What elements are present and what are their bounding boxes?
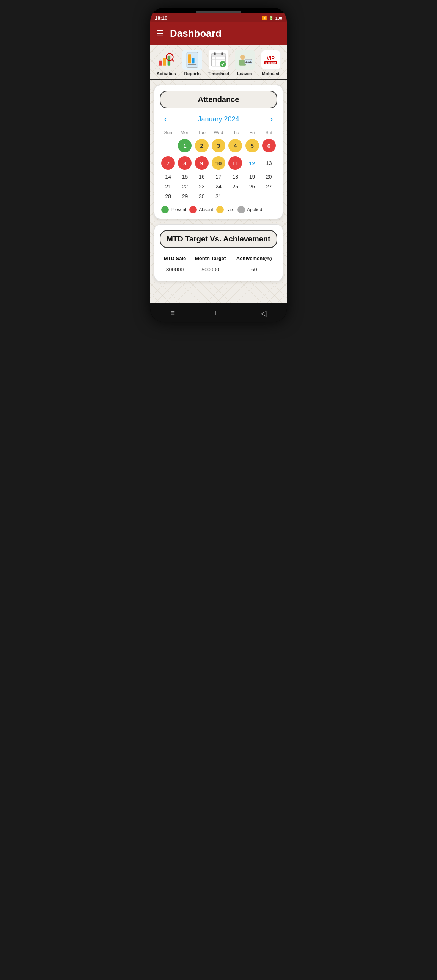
svg-rect-11 <box>212 54 226 57</box>
day-circle-yellow: 5 <box>246 139 259 153</box>
col-tue: Tue <box>193 129 210 137</box>
cal-cell[interactable]: 10 <box>210 154 227 172</box>
cal-cell[interactable]: 4 <box>227 137 244 154</box>
toolbar: ☰ Dashboard <box>150 22 287 46</box>
calendar-grid: Sun Mon Tue Wed Thu Fri Sat 123456789101… <box>160 129 277 201</box>
day-circle-green: 1 <box>178 139 191 153</box>
battery-icon: 🔋 <box>269 16 274 21</box>
svg-rect-13 <box>221 52 223 55</box>
mtd-col-target: Month Target <box>190 253 231 264</box>
svg-point-5 <box>167 55 172 59</box>
cal-cell[interactable]: 31 <box>210 191 227 201</box>
attendance-legend: Present Absent Late Applied <box>160 206 277 213</box>
cal-cell[interactable]: 2 <box>193 137 210 154</box>
mtd-header-row: MTD Sale Month Target Achivement(%) <box>160 253 277 264</box>
calendar-week-4: 21222324252627 <box>160 181 277 191</box>
svg-rect-12 <box>214 52 216 55</box>
cal-cell[interactable]: 22 <box>176 181 193 191</box>
cal-cell[interactable]: 13 <box>261 154 277 172</box>
cal-cell[interactable]: 3 <box>210 137 227 154</box>
prev-month-button[interactable]: ‹ <box>161 114 169 125</box>
cal-cell[interactable]: 29 <box>176 191 193 201</box>
svg-rect-9 <box>188 64 196 65</box>
reports-label: Reports <box>184 71 200 76</box>
cal-cell[interactable]: 26 <box>244 181 260 191</box>
attendance-title: Attendance <box>198 95 239 103</box>
battery-level: 100 <box>275 16 282 21</box>
nav-item-timesheet[interactable]: Timesheet <box>206 50 232 76</box>
cal-cell[interactable]: 7 <box>160 154 176 172</box>
status-icons: 📶 🔋 100 <box>262 16 282 21</box>
cal-cell[interactable]: 15 <box>176 172 193 181</box>
col-fri: Fri <box>244 129 260 137</box>
mtd-target-value: 500000 <box>190 264 231 275</box>
late-dot <box>216 206 224 213</box>
cal-cell[interactable]: 23 <box>193 181 210 191</box>
cal-cell[interactable]: 9 <box>193 154 210 172</box>
bottom-home-button[interactable]: □ <box>209 307 226 319</box>
day-circle-red: 6 <box>262 139 276 153</box>
calendar-nav: ‹ January 2024 › <box>160 114 277 125</box>
day-circle-yellow: 3 <box>212 139 225 153</box>
cal-cell[interactable]: 19 <box>244 172 260 181</box>
svg-point-18 <box>220 61 226 67</box>
cal-cell[interactable]: 6 <box>261 137 277 154</box>
mobcast-logo: VIP mobcast <box>265 56 277 64</box>
legend-applied: Applied <box>238 206 262 213</box>
absent-dot <box>189 206 197 213</box>
mtd-col-achievement: Achivement(%) <box>231 253 277 264</box>
leaves-label: Leaves <box>237 71 252 76</box>
cal-cell <box>227 191 244 201</box>
day-circle-red: 11 <box>228 156 242 170</box>
cal-cell[interactable]: 18 <box>227 172 244 181</box>
cal-cell[interactable]: 12 <box>244 154 260 172</box>
nav-item-reports[interactable]: Reports <box>179 50 206 76</box>
cal-cell[interactable]: 1 <box>176 137 193 154</box>
legend-absent: Absent <box>189 206 213 213</box>
mtd-col-sale: MTD Sale <box>160 253 190 264</box>
applied-label: Applied <box>247 207 262 212</box>
svg-rect-7 <box>188 54 191 63</box>
svg-point-19 <box>240 54 245 59</box>
cal-cell[interactable]: 27 <box>261 181 277 191</box>
calendar-week-3: 14151617181920 <box>160 172 277 181</box>
calendar-week-5: 28293031 <box>160 191 277 201</box>
timesheet-svg-icon <box>209 51 228 69</box>
toolbar-title: Dashboard <box>170 28 222 40</box>
next-month-button[interactable]: › <box>268 114 276 125</box>
cal-cell[interactable]: 17 <box>210 172 227 181</box>
nav-item-activities[interactable]: Activities <box>153 50 179 76</box>
svg-rect-1 <box>164 57 166 65</box>
nav-item-mobcast[interactable]: VIP mobcast Mobcast <box>258 50 284 76</box>
status-bar: 18:10 📶 🔋 100 <box>150 13 287 22</box>
menu-icon[interactable]: ☰ <box>156 29 164 39</box>
col-thu: Thu <box>227 129 244 137</box>
mtd-data-row: 300000 500000 60 <box>160 264 277 275</box>
cal-cell <box>244 191 260 201</box>
cal-cell[interactable]: 11 <box>227 154 244 172</box>
reports-icon-container <box>182 50 202 70</box>
calendar-header-row: Sun Mon Tue Wed Thu Fri Sat <box>160 129 277 137</box>
status-time: 18:10 <box>155 15 167 21</box>
cal-cell[interactable]: 24 <box>210 181 227 191</box>
col-sat: Sat <box>261 129 277 137</box>
bottom-menu-button[interactable]: ≡ <box>164 307 181 319</box>
cal-cell[interactable]: 21 <box>160 181 176 191</box>
cal-cell[interactable]: 16 <box>193 172 210 181</box>
cal-cell[interactable]: 8 <box>176 154 193 172</box>
cal-cell[interactable]: 25 <box>227 181 244 191</box>
calendar-month-year: January 2024 <box>198 115 239 123</box>
cal-cell[interactable]: 14 <box>160 172 176 181</box>
late-label: Late <box>226 207 234 212</box>
cal-cell[interactable]: 28 <box>160 191 176 201</box>
mtd-card-header: MTD Target Vs. Achievement <box>160 230 277 248</box>
mtd-table: MTD Sale Month Target Achivement(%) 3000… <box>160 253 277 275</box>
cal-cell[interactable]: 5 <box>244 137 260 154</box>
cal-cell[interactable]: 20 <box>261 172 277 181</box>
col-sun: Sun <box>160 129 176 137</box>
nav-item-leaves[interactable]: LEAVE Leaves <box>231 50 258 76</box>
cal-cell[interactable]: 30 <box>193 191 210 201</box>
bottom-back-button[interactable]: ◁ <box>255 307 273 319</box>
activities-svg-icon <box>157 51 175 69</box>
svg-rect-8 <box>191 57 194 63</box>
